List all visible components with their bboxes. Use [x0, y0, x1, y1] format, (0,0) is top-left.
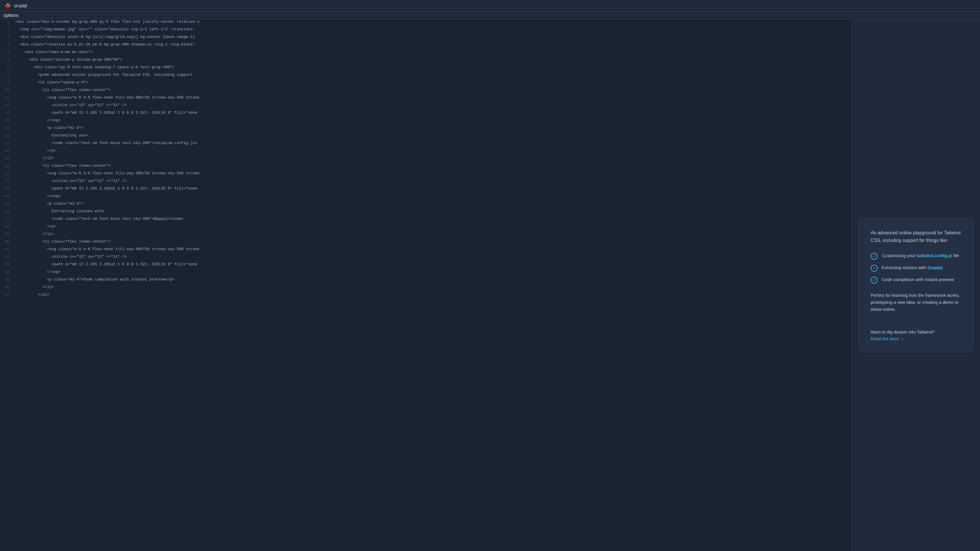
- line-content: <div class="py-8 text-base leading-7 spa…: [15, 65, 852, 69]
- line-content: </li>: [15, 232, 852, 236]
- code-line: 26 Extracting classes with: [0, 209, 852, 216]
- line-content: <code class="text-sm font-bold text-sky-…: [15, 141, 852, 145]
- line-content: <li class="flex items-center">: [15, 88, 852, 92]
- code-line: 11 <svg class="w-6 h-6 flex-none fill-sk…: [0, 95, 852, 103]
- code-editor-panel[interactable]: 1<div class="min-h-screen bg-gray-800 py…: [0, 19, 852, 551]
- code-line: 21 <svg class="w-6 h-6 flex-none fill-sk…: [0, 171, 852, 178]
- line-content: <p class="ml-4">: [15, 125, 852, 130]
- line-content: <li class="flex items-center">: [15, 239, 852, 244]
- code-line: 4 <div class="relative px-6 pt-10 pb-8 b…: [0, 42, 852, 49]
- docs-section: Want to dig deeper into Tailwind? Read t…: [870, 329, 961, 341]
- feature-item: Customizing your tailwind.config.js file: [870, 252, 961, 260]
- line-content: <path d="m8 13 2.165 2.165a1 1 0 0 0 1.5…: [15, 111, 852, 115]
- code-line: 12 <circle cx="12" cy="11" r="11" />: [0, 103, 852, 110]
- line-number: 11: [0, 95, 15, 100]
- code-line: 18 </p>: [0, 148, 852, 156]
- line-content: <svg class="w-6 h-6 flex-none fill-sky-9…: [15, 171, 852, 176]
- code-line: 15 <p class="ml-4">: [0, 125, 852, 133]
- feature-check-icon: [870, 277, 878, 284]
- line-number: 26: [0, 209, 15, 214]
- code-line: 33 <path d="m8 13 2.165 2.165a1 1 0 0 0 …: [0, 262, 852, 269]
- line-content: </ul>: [15, 292, 852, 297]
- code-line: 27 <code class="text-sm font-bold text-s…: [0, 216, 852, 224]
- line-number: 10: [0, 88, 15, 92]
- feature-item: Extracting classes with @apply: [870, 264, 961, 272]
- title-bar: ui-pad: [0, 0, 980, 12]
- line-number: 18: [0, 148, 15, 153]
- line-number: 2: [0, 27, 15, 32]
- code-line: 8 <p>An advanced online playground for T…: [0, 72, 852, 80]
- line-content: <svg class="w-6 h-6 flex-none fill-sky-9…: [15, 95, 852, 100]
- feature-highlight: tailwind.config.js: [917, 253, 952, 258]
- code-line: 23 <path d="m8 13 2.165 2.165a1 1 0 0 0 …: [0, 186, 852, 194]
- line-number: 32: [0, 254, 15, 259]
- code-line: 32 <circle cx="12" cy="12" r="11" />: [0, 254, 852, 262]
- line-content: </li>: [15, 156, 852, 160]
- line-number: 33: [0, 262, 15, 267]
- code-line: 13 <path d="m8 13 2.165 2.165a1 1 0 0 0 …: [0, 110, 852, 118]
- line-content: <div class="divide-y divide-gray-300/50"…: [15, 57, 852, 62]
- feature-highlight: @apply: [927, 265, 943, 270]
- line-content: <circle cx="12" cy="12" r="11" />: [15, 254, 852, 259]
- code-line: 36 </li>: [0, 284, 852, 292]
- line-number: 24: [0, 194, 15, 198]
- line-content: <code class="text-sm font-bold text-sky-…: [15, 217, 852, 221]
- preview-secondary-text: Perfect for learning how the framework w…: [870, 292, 961, 321]
- code-line: 10 <li class="flex items-center">: [0, 87, 852, 95]
- app-logo: [5, 3, 11, 9]
- line-content: <img src="/img/beams.jpg" alt="" class="…: [15, 27, 852, 32]
- feature-text: Code completion with instant preview: [882, 276, 954, 283]
- line-number: 27: [0, 217, 15, 221]
- menu-bar: options: [0, 12, 980, 19]
- line-number: 29: [0, 232, 15, 237]
- line-content: <div class="max-w-md mx-auto">: [15, 50, 852, 54]
- code-line: 31 <svg class="w-6 h-6 flex-none fill-sk…: [0, 247, 852, 254]
- feature-item: Code completion with instant preview: [870, 276, 961, 284]
- line-number: 5: [0, 50, 15, 54]
- line-number: 36: [0, 285, 15, 289]
- docs-heading: Want to dig deeper into Tailwind?: [870, 329, 961, 334]
- line-content: <path d="m8 13 2.165 2.165a1 1 0 0 0 1.5…: [15, 186, 852, 191]
- line-number: 7: [0, 65, 15, 70]
- line-content: <svg class="w-6 h-6 flex-none fill-sky-9…: [15, 247, 852, 251]
- line-content: <div class="absolute inset-0 bg-[url(/im…: [15, 35, 852, 39]
- code-line: 34 </svg>: [0, 269, 852, 277]
- code-line: 20 <li class="flex items-center">: [0, 163, 852, 171]
- line-number: 12: [0, 103, 15, 108]
- line-number: 23: [0, 186, 15, 191]
- line-content: </p>: [15, 148, 852, 153]
- line-number: 14: [0, 118, 15, 123]
- line-number: 31: [0, 247, 15, 252]
- line-content: </svg>: [15, 270, 852, 274]
- code-line: 35 <p class="ml-4">Code completion with …: [0, 277, 852, 284]
- app-title: ui-pad: [14, 3, 27, 8]
- menu-options[interactable]: options: [3, 13, 19, 18]
- code-line: 22 <circle cx="12" cy="12" r="11" />: [0, 178, 852, 186]
- line-content: <ul class="space-y-4">: [15, 80, 852, 84]
- code-line: 16 Customizing your: [0, 133, 852, 141]
- line-content: <path d="m8 13 2.165 2.165a1 1 0 0 0 1.5…: [15, 262, 852, 267]
- line-content: </svg>: [15, 194, 852, 198]
- line-number: 8: [0, 73, 15, 77]
- line-number: 21: [0, 171, 15, 176]
- code-line: 7 <div class="py-8 text-base leading-7 s…: [0, 65, 852, 72]
- line-content: Customizing your: [15, 133, 852, 138]
- line-number: 37: [0, 292, 15, 297]
- line-number: 28: [0, 224, 15, 229]
- line-number: 17: [0, 141, 15, 146]
- line-content: <div class="min-h-screen bg-gray-800 py-…: [15, 19, 852, 24]
- line-number: 16: [0, 133, 15, 138]
- feature-check-icon: [870, 253, 878, 260]
- preview-panel: An advanced online playground for Tailwi…: [852, 19, 980, 551]
- docs-link[interactable]: Read the docs →: [870, 336, 961, 341]
- code-line: 3 <div class="absolute inset-0 bg-[url(/…: [0, 34, 852, 42]
- feature-text: Customizing your tailwind.config.js file: [882, 252, 959, 259]
- line-number: 34: [0, 270, 15, 274]
- line-number: 3: [0, 35, 15, 40]
- preview-description: An advanced online playground for Tailwi…: [870, 229, 961, 244]
- line-content: Extracting classes with: [15, 209, 852, 213]
- line-number: 35: [0, 277, 15, 282]
- line-number: 15: [0, 125, 15, 130]
- line-number: 20: [0, 164, 15, 168]
- line-content: <div class="relative px-6 pt-10 pb-8 bg-…: [15, 42, 852, 47]
